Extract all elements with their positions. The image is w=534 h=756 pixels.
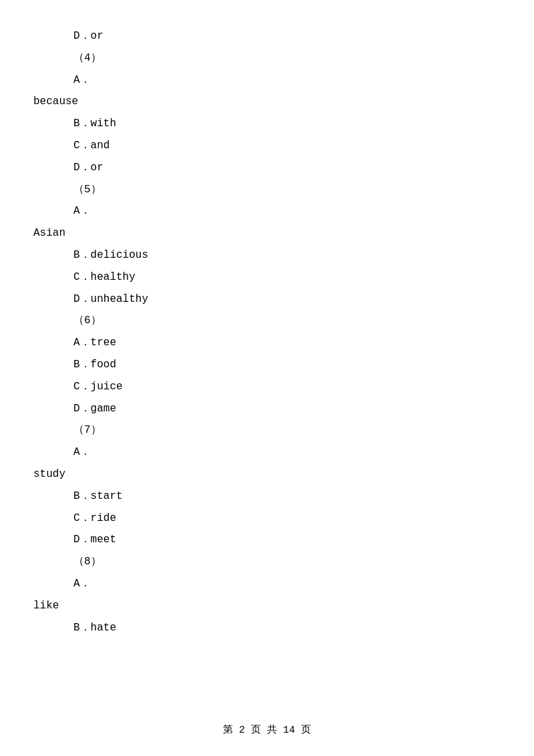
content-line-26: like <box>33 596 501 616</box>
content-line-20: study <box>33 465 501 484</box>
content-line-23: D．meet <box>33 530 501 550</box>
content-line-4: B．with <box>33 114 501 134</box>
content-line-12: D．unhealthy <box>33 290 501 309</box>
content-line-19: A． <box>33 443 501 462</box>
content-line-0: D．or <box>33 27 501 46</box>
content-line-11: C．healthy <box>33 268 501 287</box>
content-line-3: because <box>33 92 501 112</box>
content-line-13: （6） <box>33 311 501 331</box>
content-line-8: A． <box>33 202 501 221</box>
content-line-27: B．hate <box>33 618 501 638</box>
content-line-25: A． <box>33 574 501 594</box>
content-line-6: D．or <box>33 158 501 178</box>
content-line-15: B．food <box>33 355 501 375</box>
content-line-14: A．tree <box>33 333 501 353</box>
content-line-2: A． <box>33 71 501 90</box>
content-line-9: Asian <box>33 224 501 243</box>
content-line-24: （8） <box>33 552 501 572</box>
page-content: D．or（4）A．becauseB．withC．andD．or（5）A．Asia… <box>0 0 534 680</box>
content-line-16: C．juice <box>33 377 501 397</box>
content-line-5: C．and <box>33 136 501 156</box>
content-line-7: （5） <box>33 180 501 200</box>
content-line-21: B．start <box>33 487 501 506</box>
content-line-22: C．ride <box>33 509 501 528</box>
page-footer: 第 2 页 共 14 页 <box>0 723 534 736</box>
content-line-10: B．delicious <box>33 246 501 265</box>
content-line-1: （4） <box>33 49 501 68</box>
content-line-17: D．game <box>33 399 501 419</box>
content-line-18: （7） <box>33 421 501 440</box>
